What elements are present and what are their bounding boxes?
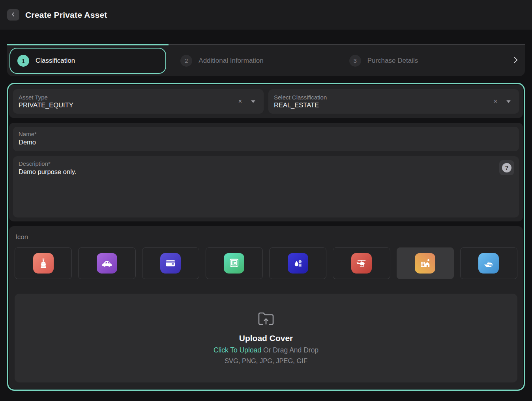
clear-icon[interactable]: × xyxy=(494,98,497,105)
name-label: Name* xyxy=(19,130,513,138)
help-button[interactable]: ? xyxy=(499,160,514,175)
text-fields-section: Name* Demo Description* Demo purpose onl… xyxy=(9,123,523,221)
asset-type-value: PRIVATE_EQUITY xyxy=(19,101,73,109)
question-mark-icon: ? xyxy=(502,163,511,172)
icon-tile-real-estate[interactable] xyxy=(397,247,454,279)
icon-tile-car[interactable] xyxy=(78,247,135,279)
next-step-button[interactable] xyxy=(506,44,525,76)
upload-instructions: Click To Upload Or Drag And Drop xyxy=(214,346,318,354)
clear-icon[interactable]: × xyxy=(238,98,242,105)
header: Create Private Asset xyxy=(0,0,532,30)
wine-bottle-icon xyxy=(33,253,54,274)
icon-tile-wine-bottle[interactable] xyxy=(15,247,72,279)
tab-classification[interactable]: 1 Classification xyxy=(7,44,169,76)
step-number-3: 3 xyxy=(349,55,361,67)
chevron-right-icon xyxy=(511,56,519,66)
chevron-down-icon[interactable] xyxy=(251,98,256,105)
icon-tile-helicopter[interactable] xyxy=(333,247,390,279)
step-label-purchase-details: Purchase Details xyxy=(367,57,418,65)
upload-formats: SVG, PNG, JPG, JPEG, GIF xyxy=(225,357,307,365)
page-title: Create Private Asset xyxy=(25,10,107,20)
description-value: Demo purpose only. xyxy=(19,168,513,176)
asset-type-dropdown[interactable]: Asset Type PRIVATE_EQUITY × xyxy=(13,89,264,114)
safe-icon xyxy=(224,253,244,274)
icon-upload-section: Icon xyxy=(9,226,523,389)
description-label: Description* xyxy=(19,160,513,168)
step-tabs: 1 Classification 2 Additional Informatio… xyxy=(7,44,525,76)
folder-upload-icon xyxy=(257,311,275,328)
classification-form-panel: Asset Type PRIVATE_EQUITY × Select Class… xyxy=(7,83,525,391)
car-icon xyxy=(97,253,117,274)
step-number-1: 1 xyxy=(17,55,29,67)
icon-picker: $ xyxy=(15,247,517,279)
click-to-upload-link[interactable]: Click To Upload xyxy=(214,346,261,354)
asset-type-label: Asset Type xyxy=(19,94,73,101)
drag-drop-text: Or Drag And Drop xyxy=(261,346,318,354)
helicopter-icon xyxy=(351,253,372,274)
icon-tile-oil-commodity[interactable]: $ xyxy=(269,247,326,279)
dropdowns-section: Asset Type PRIVATE_EQUITY × Select Class… xyxy=(9,85,523,118)
chevron-left-icon xyxy=(11,12,16,18)
classification-value: REAL_ESTATE xyxy=(274,101,327,109)
name-value: Demo xyxy=(19,138,513,146)
icon-picker-label: Icon xyxy=(15,233,519,241)
icon-tile-safe[interactable] xyxy=(206,247,263,279)
oil-commodity-icon: $ xyxy=(288,253,308,274)
tab-purchase-details[interactable]: 3 Purchase Details xyxy=(337,44,506,76)
tab-additional-information[interactable]: 2 Additional Information xyxy=(169,44,337,76)
step-label-classification: Classification xyxy=(36,57,75,65)
classification-label: Select Classification xyxy=(274,94,327,101)
classification-dropdown[interactable]: Select Classification REAL_ESTATE × xyxy=(268,89,519,114)
upload-cover-dropzone[interactable]: Upload Cover Click To Upload Or Drag And… xyxy=(15,294,517,382)
step-number-2: 2 xyxy=(180,55,192,67)
name-field[interactable]: Name* Demo xyxy=(13,127,519,151)
icon-tile-yacht[interactable] xyxy=(460,247,517,279)
chevron-down-icon[interactable] xyxy=(506,98,511,105)
description-field[interactable]: Description* Demo purpose only. ? xyxy=(13,156,519,217)
icon-tile-credit-card[interactable] xyxy=(142,247,199,279)
yacht-icon xyxy=(478,253,499,274)
real-estate-icon xyxy=(415,253,435,274)
back-button[interactable] xyxy=(7,9,19,21)
upload-title: Upload Cover xyxy=(239,334,293,343)
step-label-additional-information: Additional Information xyxy=(199,57,263,65)
credit-card-icon xyxy=(160,253,181,274)
